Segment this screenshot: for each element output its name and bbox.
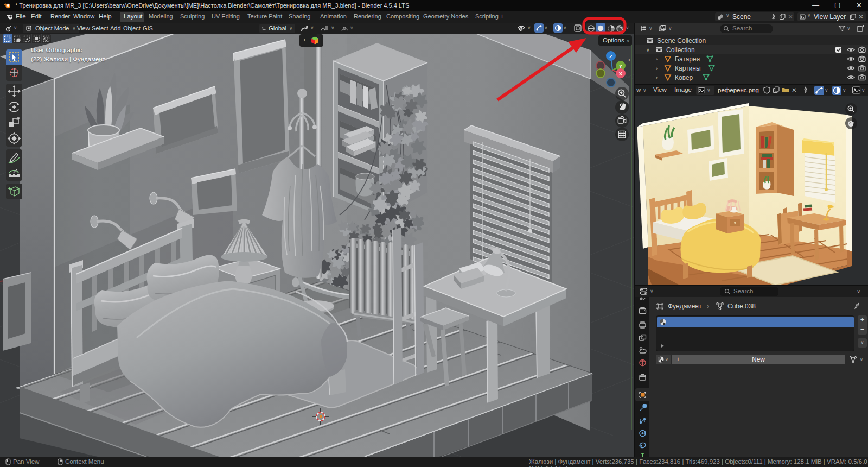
svg-text:Y: Y: [619, 63, 623, 69]
svg-text:Z: Z: [609, 53, 612, 59]
svg-text:X: X: [619, 71, 623, 77]
